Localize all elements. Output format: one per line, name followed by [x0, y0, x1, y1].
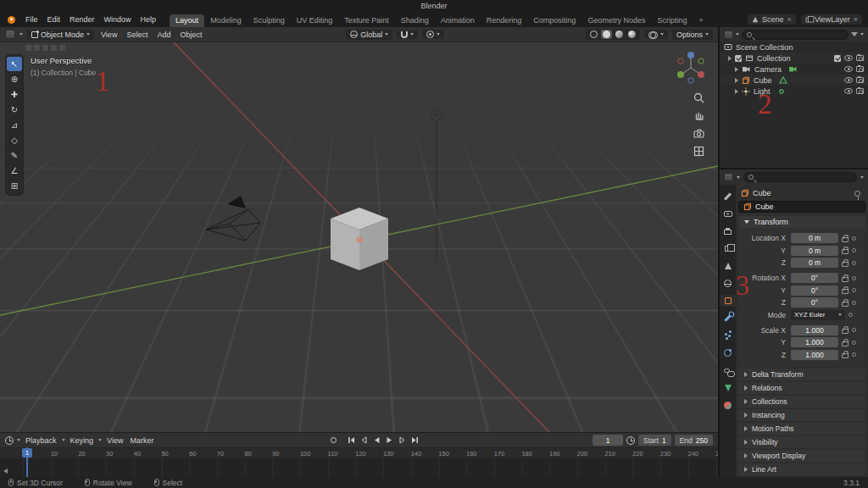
properties-search-input[interactable] — [743, 172, 857, 182]
properties-options-caret-icon[interactable] — [860, 176, 864, 179]
shading-material-button[interactable] — [614, 30, 625, 39]
lock-icon[interactable] — [842, 302, 849, 307]
viewlayer-selector[interactable]: ViewLayer × — [801, 14, 862, 25]
select-box-tool[interactable]: ↖ — [7, 57, 22, 71]
animate-dot-icon[interactable] — [852, 248, 856, 252]
toggle-perspective-grid-icon[interactable] — [693, 145, 705, 158]
auto-keying-record-button[interactable] — [330, 436, 337, 444]
tab-scene[interactable] — [720, 260, 736, 272]
lock-icon[interactable] — [842, 237, 849, 242]
outliner-editor-type-icon[interactable] — [724, 30, 733, 39]
tab-constraints[interactable] — [720, 364, 736, 376]
expand-arrow-icon[interactable] — [735, 89, 738, 94]
next-keyframe-button[interactable] — [398, 436, 406, 444]
section-relations[interactable]: Relations — [738, 382, 865, 394]
tab-object[interactable] — [720, 295, 736, 307]
animate-dot-icon[interactable] — [852, 276, 856, 280]
workspace-tab-sculpting[interactable]: Sculpting — [248, 14, 291, 27]
previous-keyframe-button[interactable] — [360, 436, 368, 444]
breadcrumb-object[interactable]: Cube — [753, 189, 771, 197]
animate-dot-icon[interactable] — [852, 236, 856, 241]
menu-add-3d[interactable]: Add — [154, 30, 173, 39]
section-collections[interactable]: Collections — [738, 396, 865, 408]
tool-toggle-icon[interactable] — [51, 45, 57, 51]
tool-toggle-icon[interactable] — [25, 45, 31, 51]
editor-type-icon[interactable] — [5, 30, 15, 39]
render-visibility-icon[interactable] — [856, 66, 864, 72]
options-dropdown[interactable]: Options — [672, 30, 713, 40]
animate-dot-icon[interactable] — [849, 313, 853, 317]
menu-view-3d[interactable]: View — [98, 30, 120, 39]
transform-panel-header[interactable]: Transform — [738, 216, 865, 228]
rotation-mode-dropdown[interactable]: XYZ Euler — [791, 310, 845, 320]
viewport-3d[interactable]: User Perspective (1) Collection | Cube ↖… — [0, 42, 718, 432]
animate-dot-icon[interactable] — [852, 328, 856, 332]
shading-rendered-button[interactable] — [626, 30, 637, 39]
object-name-field[interactable]: Cube — [738, 201, 865, 213]
orientation-dropdown[interactable]: Global — [346, 30, 392, 40]
cursor-tool[interactable]: ⊕ — [7, 72, 22, 86]
menu-render[interactable]: Render — [65, 15, 99, 24]
render-visibility-icon[interactable] — [856, 55, 864, 61]
annotate-tool[interactable]: ✎ — [7, 148, 22, 163]
workspace-tab-texture-paint[interactable]: Texture Paint — [338, 14, 395, 27]
timeline-track[interactable] — [0, 458, 718, 477]
location-y-field[interactable]: 0 m — [791, 246, 838, 256]
tool-toggle-icon[interactable] — [59, 45, 65, 51]
scale-x-field[interactable]: 1.000 — [791, 325, 838, 336]
tab-object-data[interactable] — [720, 382, 736, 394]
jump-to-end-button[interactable] — [411, 436, 419, 444]
tab-world[interactable] — [720, 278, 736, 290]
blender-logo-icon[interactable] — [6, 15, 17, 25]
collection-include-checkbox[interactable] — [834, 55, 841, 62]
workspace-tab-rendering[interactable]: Rendering — [481, 14, 528, 27]
add-workspace-button[interactable]: + — [693, 14, 709, 27]
scale-y-field[interactable]: 1.000 — [791, 337, 838, 347]
menu-object-3d[interactable]: Object — [177, 30, 204, 39]
tab-view-layer[interactable] — [720, 243, 736, 255]
outliner-row-light[interactable]: Light — [720, 86, 868, 97]
outliner-filter-caret-icon[interactable] — [860, 33, 864, 36]
menu-keying[interactable]: Keying — [69, 436, 96, 445]
eye-visibility-icon[interactable] — [844, 66, 853, 72]
menu-file[interactable]: File — [21, 15, 42, 24]
render-visibility-icon[interactable] — [856, 88, 864, 94]
tab-material[interactable] — [720, 399, 736, 411]
frame-start-field[interactable]: Start 1 — [638, 435, 671, 446]
snap-dropdown[interactable] — [397, 30, 418, 39]
zoom-icon[interactable] — [693, 92, 705, 104]
eye-visibility-icon[interactable] — [844, 55, 853, 61]
workspace-tab-compositing[interactable]: Compositing — [527, 14, 581, 27]
pin-icon[interactable] — [854, 191, 860, 197]
lock-icon[interactable] — [842, 262, 849, 267]
frame-end-field[interactable]: End 250 — [675, 435, 713, 446]
camera-view-icon[interactable] — [693, 127, 705, 140]
rotation-z-field[interactable]: 0° — [791, 297, 838, 308]
lock-icon[interactable] — [842, 289, 849, 294]
current-frame-field[interactable]: 1 — [593, 435, 623, 446]
location-x-field[interactable]: 0 m — [791, 233, 838, 243]
location-z-field[interactable]: 0 m — [791, 258, 838, 268]
outliner-row-cube[interactable]: Cube — [720, 75, 868, 86]
section-motion-paths[interactable]: Motion Paths — [738, 423, 865, 435]
menu-help[interactable]: Help — [136, 15, 161, 24]
editor-type-caret-icon[interactable] — [19, 33, 23, 36]
eye-visibility-icon[interactable] — [844, 88, 853, 94]
section-visibility[interactable]: Visibility — [738, 436, 865, 448]
play-button[interactable] — [386, 436, 393, 444]
lock-icon[interactable] — [842, 341, 849, 347]
navigation-gizmo[interactable] — [674, 49, 708, 86]
menu-marker[interactable]: Marker — [128, 436, 155, 445]
mode-dropdown[interactable]: Object Mode — [27, 30, 94, 40]
collection-checkbox[interactable] — [735, 55, 742, 62]
workspace-tab-modeling[interactable]: Modeling — [204, 14, 248, 27]
timeline-editor-caret-icon[interactable] — [17, 439, 20, 441]
lock-icon[interactable] — [842, 277, 849, 282]
workspace-tab-scripting[interactable]: Scripting — [651, 14, 693, 27]
section-viewport-display[interactable]: Viewport Display — [738, 450, 865, 462]
tab-physics[interactable] — [720, 347, 736, 359]
workspace-tab-uv-editing[interactable]: UV Editing — [291, 14, 339, 27]
section-delta-transform[interactable]: Delta Transform — [738, 369, 865, 380]
outliner-row-scene-collection[interactable]: Scene Collection — [720, 42, 868, 53]
tab-output[interactable] — [720, 225, 736, 237]
